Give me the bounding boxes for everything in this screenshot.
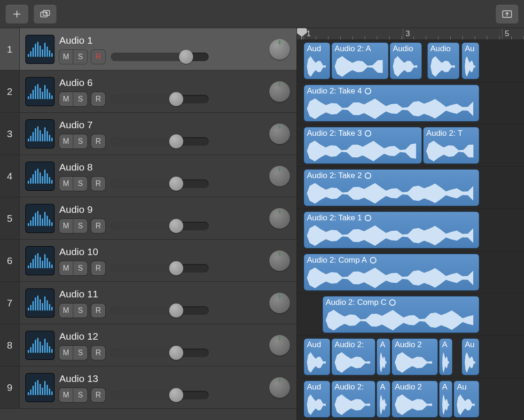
add-track-button[interactable] <box>6 5 28 23</box>
track-name[interactable]: Audio 7 <box>59 119 269 131</box>
pan-knob[interactable] <box>269 166 290 187</box>
audio-region[interactable]: A <box>439 338 453 375</box>
track-lane[interactable]: AudAudio 2:AAudio 2AAu <box>297 378 524 420</box>
volume-slider[interactable] <box>111 222 209 230</box>
record-enable-button[interactable]: R <box>91 303 105 318</box>
audio-region[interactable]: Audio 2: Take 4 <box>304 85 479 122</box>
solo-button[interactable]: S <box>73 134 87 148</box>
volume-slider[interactable] <box>111 53 209 61</box>
audio-region[interactable]: Aud <box>304 42 330 79</box>
track-lane[interactable]: AudAudio 2:AAudio 2AAu <box>297 336 524 378</box>
pan-knob[interactable] <box>269 208 290 229</box>
track-header[interactable]: 2Audio 6MSR <box>0 70 297 113</box>
region-lanes[interactable]: AudAudio 2: AAudioAudioAuAudio 2: Take 4… <box>297 40 524 420</box>
audio-region[interactable]: Audio 2: A <box>331 42 389 79</box>
mute-button[interactable]: M <box>59 92 73 106</box>
volume-slider[interactable] <box>111 349 209 357</box>
track-header[interactable]: 6Audio 10MSR <box>0 240 297 282</box>
volume-thumb[interactable] <box>169 92 183 106</box>
audio-region[interactable]: Audio 2: Comp C <box>322 296 479 333</box>
track-name[interactable]: Audio 10 <box>59 246 269 257</box>
volume-thumb[interactable] <box>169 261 183 275</box>
solo-button[interactable]: S <box>73 177 87 191</box>
volume-slider[interactable] <box>111 95 209 103</box>
track-header[interactable]: 1Audio 1MSR <box>0 28 297 70</box>
track-header[interactable]: 3Audio 7MSR <box>0 113 297 155</box>
volume-thumb[interactable] <box>179 50 193 64</box>
mute-button[interactable]: M <box>59 261 73 275</box>
track-lane[interactable]: Audio 2: Comp A <box>297 251 524 294</box>
solo-button[interactable]: S <box>73 388 87 402</box>
solo-button[interactable]: S <box>73 303 87 318</box>
record-enable-button[interactable]: R <box>91 261 105 275</box>
solo-button[interactable]: S <box>73 50 87 64</box>
audio-region[interactable]: Audio 2 <box>391 381 438 418</box>
audio-region[interactable]: A <box>439 381 453 418</box>
audio-waveform-icon[interactable] <box>25 373 55 402</box>
mute-button[interactable]: M <box>59 177 73 191</box>
record-enable-button[interactable]: R <box>91 388 105 402</box>
pan-knob[interactable] <box>269 124 290 144</box>
audio-region[interactable]: Audio 2 <box>391 338 438 375</box>
audio-region[interactable]: Audio 2: <box>331 381 376 418</box>
record-enable-button[interactable]: R <box>91 50 105 64</box>
pan-knob[interactable] <box>269 81 290 102</box>
track-header[interactable]: 4Audio 8MSR <box>0 155 297 197</box>
mute-button[interactable]: M <box>59 219 73 233</box>
audio-region[interactable]: Audio 2: Take 1 <box>304 211 479 249</box>
track-name[interactable]: Audio 1 <box>59 35 269 46</box>
volume-slider[interactable] <box>111 179 209 188</box>
record-enable-button[interactable]: R <box>91 92 105 106</box>
audio-waveform-icon[interactable] <box>25 204 55 233</box>
mute-button[interactable]: M <box>59 50 73 64</box>
audio-waveform-icon[interactable] <box>25 35 55 64</box>
solo-button[interactable]: S <box>73 261 87 275</box>
track-lane[interactable]: Audio 2: Take 1 <box>297 209 524 251</box>
volume-thumb[interactable] <box>169 219 183 233</box>
track-name[interactable]: Audio 6 <box>59 77 269 88</box>
audio-region[interactable]: Au <box>461 338 479 375</box>
volume-thumb[interactable] <box>169 388 183 402</box>
audio-region[interactable]: Aud <box>304 381 330 418</box>
volume-slider[interactable] <box>111 137 209 146</box>
volume-slider[interactable] <box>111 306 209 315</box>
mute-button[interactable]: M <box>59 388 73 402</box>
track-name[interactable]: Audio 13 <box>59 373 269 384</box>
track-lane[interactable]: Audio 2: Take 3Audio 2: T <box>297 124 524 167</box>
audio-waveform-icon[interactable] <box>25 288 55 318</box>
audio-waveform-icon[interactable] <box>25 246 55 275</box>
track-name[interactable]: Audio 8 <box>59 162 269 173</box>
audio-region[interactable]: Au <box>461 42 479 79</box>
solo-button[interactable]: S <box>73 219 87 233</box>
volume-slider[interactable] <box>111 391 209 399</box>
track-lane[interactable]: Audio 2: Comp C <box>297 294 524 336</box>
ruler[interactable]: 135 <box>297 28 524 40</box>
audio-region[interactable]: Audio <box>390 42 422 79</box>
track-header[interactable]: 8Audio 12MSR <box>0 324 297 366</box>
pan-knob[interactable] <box>269 250 290 271</box>
mute-button[interactable]: M <box>59 346 73 360</box>
track-lane[interactable]: Audio 2: Take 4 <box>297 82 524 124</box>
volume-thumb[interactable] <box>169 346 183 360</box>
record-enable-button[interactable]: R <box>91 346 105 360</box>
volume-slider[interactable] <box>111 264 209 272</box>
audio-region[interactable]: Audio 2: Comp A <box>304 254 479 291</box>
audio-waveform-icon[interactable] <box>25 331 55 360</box>
pan-knob[interactable] <box>269 39 290 60</box>
duplicate-track-button[interactable] <box>34 5 56 23</box>
track-header[interactable]: 9Audio 13MSR <box>0 366 297 409</box>
audio-waveform-icon[interactable] <box>25 119 55 148</box>
audio-region[interactable]: A <box>376 381 390 418</box>
audio-region[interactable]: Audio 2: Take 3 <box>304 127 422 164</box>
mute-button[interactable]: M <box>59 134 73 148</box>
audio-region[interactable]: Audio 2: <box>331 338 376 375</box>
audio-region[interactable]: Audio 2: Take 2 <box>304 169 479 206</box>
audio-region[interactable]: Aud <box>304 338 330 375</box>
track-lane[interactable]: AudAudio 2: AAudioAudioAu <box>297 40 524 82</box>
record-enable-button[interactable]: R <box>91 219 105 233</box>
volume-thumb[interactable] <box>169 177 183 191</box>
record-enable-button[interactable]: R <box>91 177 105 191</box>
solo-button[interactable]: S <box>73 92 87 106</box>
volume-thumb[interactable] <box>169 303 183 318</box>
pan-knob[interactable] <box>269 377 290 398</box>
